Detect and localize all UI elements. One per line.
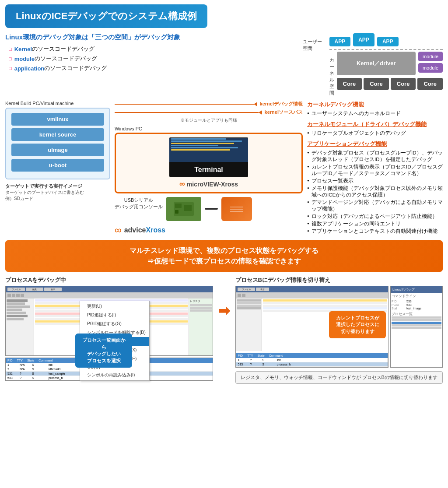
orange-device bbox=[221, 197, 252, 221]
proc-bar-3-selected bbox=[392, 322, 441, 324]
pl-header-state: State bbox=[27, 359, 34, 362]
tree-b bbox=[236, 298, 262, 351]
module-debug-list: リロケータブルオブジェクトのデバッグ bbox=[307, 130, 443, 137]
app-debug-title: アプリケーションデバッグ機能 bbox=[307, 140, 443, 148]
note-box: レジスタ、メモリ、ウォッチ情報、コードウィンドウが プロセスBの情報に切り替わり… bbox=[235, 371, 443, 384]
list-item: アプリケーションとコンテキストの自動関連付け機能 bbox=[307, 228, 443, 235]
panel-arrow: ➡ bbox=[217, 276, 232, 319]
kernel-debug-list: ユーザーシステムへのカーネルロード bbox=[307, 110, 443, 117]
arrow-kernel-debug: kernelデバッグ情報 bbox=[115, 101, 303, 107]
build-pc-section: Kernel Build PC/Virtual machine vmlinux … bbox=[5, 101, 110, 236]
process-list-b: PID TTY State Command 1 ? S init 533 bbox=[236, 353, 388, 367]
app-box-1: APP bbox=[329, 37, 351, 46]
topbar-btn-2[interactable]: 編集 bbox=[26, 288, 43, 291]
cable bbox=[205, 208, 218, 210]
kernel-source-arrow-label: kernelソースパス bbox=[265, 109, 303, 116]
pl-header-b: PID TTY State Command bbox=[236, 353, 388, 358]
usb-label: USBシリアル bbox=[115, 197, 163, 204]
board-svg bbox=[173, 201, 195, 217]
windows-pc-box: Terminal ∞ microVIEW-Xross bbox=[115, 133, 303, 193]
list-item: リロケータブルオブジェクトのデバッグ bbox=[307, 130, 443, 137]
build-pc-vmlinux: vmlinux bbox=[11, 113, 104, 126]
core-box-1: Core bbox=[337, 78, 362, 90]
screen-top bbox=[169, 138, 248, 162]
list-item: 複数アプリケーションの同時エントリ bbox=[307, 221, 443, 227]
feature-section: カーネルデバッグ機能 ユーザーシステムへのカーネルロード カーネルモジュール（ド… bbox=[307, 101, 443, 236]
kernel-debug-arrow-label: kernelデバッグ情報 bbox=[260, 101, 303, 107]
list-item: ユーザーシステムへのカーネルロード bbox=[307, 110, 443, 117]
cm-item-1[interactable]: 更新(U) bbox=[80, 302, 149, 311]
banner-line1: マルチスレッド環境で、複数のプロセス状態をデバッグする bbox=[14, 246, 434, 256]
topbar-btn-b-2[interactable]: 表示 bbox=[256, 288, 269, 291]
terminal-label: Terminal bbox=[194, 166, 223, 174]
debug-items-list: Kernelのソースコードデバッグ moduleのソースコードデバッグ appl… bbox=[5, 45, 296, 72]
arrow-kernel-source: kernelソースパス bbox=[115, 109, 303, 116]
arrow-head-left-2 bbox=[259, 110, 262, 115]
linux-row-2: PGID 533 bbox=[392, 303, 441, 306]
bottom-left-panel: プロセスAをデバッグ中 ファイル 編集 表示 bbox=[5, 276, 213, 381]
windows-pc-label: Windows PC bbox=[115, 126, 303, 131]
list-item: カレントプロセス情報の表示（プロセスID／プロセスグループID／モード／ステータ… bbox=[307, 164, 443, 177]
tool-icons-b bbox=[238, 294, 245, 297]
left-tree-a bbox=[6, 298, 34, 355]
target-image-sub1: ターゲットのブートデバイスに書き込む bbox=[5, 190, 110, 196]
cm-item-9[interactable]: シンボルの再読み込み(I) bbox=[80, 371, 149, 379]
module-box-1: module bbox=[418, 52, 443, 61]
list-item: applicationのソースコードデバッグ bbox=[9, 64, 296, 72]
topbar-btn-1[interactable]: ファイル bbox=[7, 288, 25, 291]
app-box-2: APP bbox=[353, 33, 374, 46]
pl-row-b-2[interactable]: 533 ? S process_b bbox=[236, 362, 388, 367]
kernel-space-label: カーネル空間 bbox=[329, 52, 334, 96]
build-pc-uimage: uImage bbox=[11, 144, 104, 156]
list-item: moduleのソースコードデバッグ bbox=[9, 55, 296, 63]
linux-debug-panel: Linuxデバッグ コマンドライン PID 533 PGID 533 Stat bbox=[390, 286, 443, 368]
tool-icon-4 bbox=[21, 294, 24, 297]
device-vent bbox=[230, 207, 243, 212]
module-col: module module bbox=[418, 52, 443, 75]
proc-bar-5 bbox=[392, 327, 441, 329]
advice-infinity-icon: ∞ bbox=[115, 225, 122, 236]
screen-topbar-b: ファイル 表示 bbox=[236, 286, 388, 292]
linux-row-1: PID 533 bbox=[392, 300, 441, 303]
build-pc-label: Kernel Build PC/Virtual machine bbox=[5, 101, 110, 106]
build-pc-box: vmlinux kernel source uImage u-boot bbox=[5, 108, 110, 179]
main-title: LinuxのICEデバッグでのシステム構成例 bbox=[16, 11, 197, 21]
pl-header-cmd: Command bbox=[38, 359, 52, 362]
core-box-2: Core bbox=[364, 78, 389, 90]
target-image-sub2: 例）SDカード bbox=[5, 196, 110, 202]
linux-info-header: コマンドライン bbox=[392, 294, 441, 298]
proc-bar-1 bbox=[392, 316, 441, 319]
mid-diagram-section: Kernel Build PC/Virtual machine vmlinux … bbox=[5, 101, 443, 236]
target-image-label: ターゲットで実行する実行イメージ bbox=[5, 183, 110, 190]
app-debug-list: デバッグ対象プロセス（プロセスグループID）、デバッグ対象スレッド（プロセスID… bbox=[307, 150, 443, 235]
screen-toolbar-b bbox=[236, 292, 388, 298]
main-title-box: LinuxのICEデバッグでのシステム構成例 bbox=[5, 4, 207, 28]
target-image-section: ターゲットで実行する実行イメージ ターゲットのブートデバイスに書き込む 例）SD… bbox=[5, 183, 110, 202]
kernel-driver-box: Kernel／driver bbox=[337, 52, 416, 75]
core-row: Core Core Core Core bbox=[337, 78, 443, 90]
topbar-btn-b-1[interactable]: ファイル bbox=[238, 288, 255, 291]
core-box-4: Core bbox=[417, 78, 443, 90]
module-box-2: module bbox=[418, 63, 443, 73]
list-item: メモリ保護機能（デバッグ対象プロセス以外のメモリ領域へのICEからのアクセス保護… bbox=[307, 185, 443, 198]
cm-item-2[interactable]: PID追従する(I) bbox=[80, 311, 149, 319]
topbar-btn-3[interactable]: 表示 bbox=[44, 288, 62, 291]
svg-rect-1 bbox=[175, 204, 182, 208]
cm-item-3[interactable]: PGID追従する(G) bbox=[80, 319, 149, 328]
arrows-section: kernelデバッグ情報 kernelソースパス ※モジュールとアプリも同様 bbox=[115, 101, 303, 123]
module-debug-title: カーネルモジュール（ドライバ）デバッグ機能 bbox=[307, 120, 443, 128]
process-a-label: プロセスAをデバッグ中 bbox=[5, 276, 213, 284]
tool-icon-3 bbox=[16, 294, 20, 297]
linux-panel-header: Linuxデバッグ bbox=[391, 286, 442, 293]
center-diagram: kernelデバッグ情報 kernelソースパス ※モジュールとアプリも同様 W… bbox=[115, 101, 303, 236]
right-info-a: レジスタ bbox=[189, 298, 213, 355]
list-item: デマンドページング対応（デバッガによる自動メモリマップ機能） bbox=[307, 199, 443, 212]
svg-rect-2 bbox=[184, 205, 192, 211]
usb-section: USBシリアル デバッグ用コンソール bbox=[115, 197, 163, 210]
tool-icon-b2 bbox=[242, 294, 245, 297]
module-note: ※モジュールとアプリも同様 bbox=[115, 117, 303, 123]
usb-sublabel: デバッグ用コンソール bbox=[115, 204, 163, 210]
screen-mockup: Terminal bbox=[169, 137, 248, 177]
arch-diagram: ユーザー空間 APP APP APP カーネル空間 Kernel／driver bbox=[303, 33, 443, 96]
build-pc-kernel: kernel source bbox=[11, 128, 104, 141]
